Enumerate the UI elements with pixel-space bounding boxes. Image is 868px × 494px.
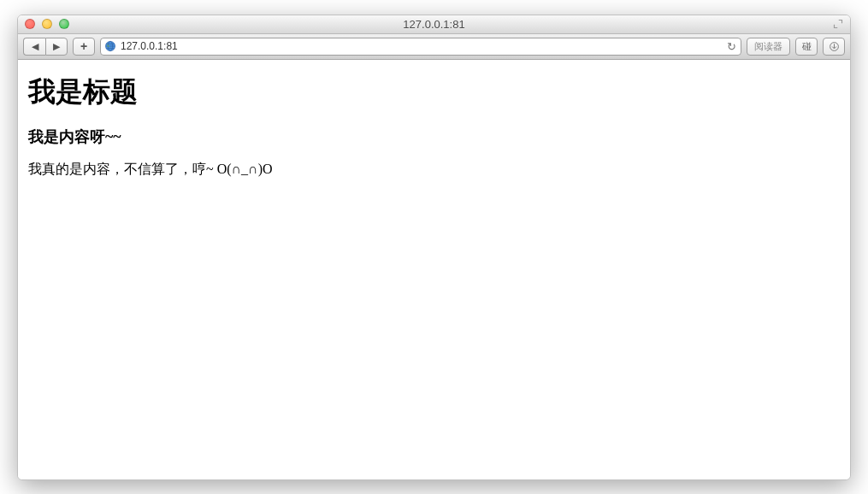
downloads-button[interactable] — [823, 38, 845, 56]
browser-window: 127.0.0.1:81 ◀ ▶ + — [17, 15, 851, 480]
traffic-lights — [25, 19, 69, 29]
site-icon — [104, 40, 116, 52]
back-button[interactable]: ◀ — [23, 38, 45, 56]
add-bookmark-button[interactable]: + — [73, 38, 95, 56]
plus-icon: + — [80, 39, 87, 53]
download-icon — [829, 41, 840, 52]
share-label: 碰 — [802, 40, 812, 53]
share-button[interactable]: 碰 — [795, 38, 818, 56]
url-bar[interactable]: ↻ — [100, 38, 741, 56]
close-window-button[interactable] — [25, 19, 35, 29]
back-icon: ◀ — [32, 41, 38, 52]
window-title: 127.0.0.1:81 — [403, 18, 464, 31]
minimize-window-button[interactable] — [42, 19, 52, 29]
url-input[interactable] — [121, 40, 721, 52]
reload-button[interactable]: ↻ — [725, 40, 737, 52]
reload-icon: ↻ — [727, 40, 736, 53]
reader-label: 阅读器 — [754, 40, 782, 53]
forward-icon: ▶ — [53, 41, 60, 52]
fullscreen-icon[interactable] — [833, 19, 845, 31]
content-area: 我是标题 我是内容呀~~ 我真的是内容，不信算了，哼~ O(∩_∩)O — [18, 60, 850, 479]
page-subheading: 我是内容呀~~ — [28, 126, 840, 147]
zoom-window-button[interactable] — [59, 19, 69, 29]
toolbar: ◀ ▶ + ↻ 阅 — [18, 34, 850, 60]
nav-button-group: ◀ ▶ — [23, 38, 68, 56]
reader-button[interactable]: 阅读器 — [747, 38, 790, 56]
page-heading: 我是标题 — [28, 74, 840, 111]
page-body-text: 我真的是内容，不信算了，哼~ O(∩_∩)O — [28, 161, 840, 179]
title-bar: 127.0.0.1:81 — [18, 15, 850, 34]
forward-button[interactable]: ▶ — [45, 38, 68, 56]
